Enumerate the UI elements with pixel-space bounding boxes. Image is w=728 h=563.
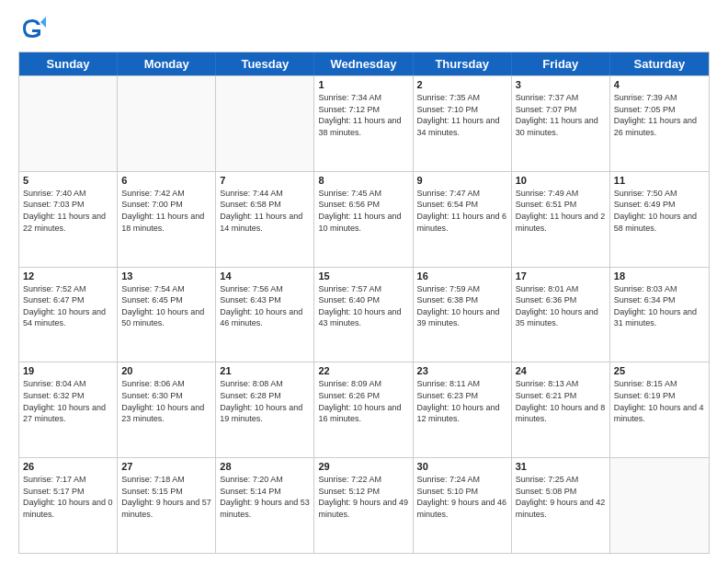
day-info: Sunrise: 7:47 AM Sunset: 6:54 PM Dayligh… — [417, 188, 507, 234]
day-cell-10: 10Sunrise: 7:49 AM Sunset: 6:51 PM Dayli… — [512, 172, 610, 267]
day-number: 16 — [417, 270, 507, 282]
day-info: Sunrise: 7:57 AM Sunset: 6:40 PM Dayligh… — [318, 283, 408, 329]
calendar-header: SundayMondayTuesdayWednesdayThursdayFrid… — [19, 52, 709, 75]
day-cell-20: 20Sunrise: 8:06 AM Sunset: 6:30 PM Dayli… — [118, 362, 216, 457]
day-number: 25 — [614, 365, 705, 376]
calendar-row: 1Sunrise: 7:34 AM Sunset: 7:12 PM Daylig… — [19, 75, 709, 171]
empty-cell — [610, 458, 709, 553]
day-cell-11: 11Sunrise: 7:50 AM Sunset: 6:49 PM Dayli… — [610, 172, 709, 267]
day-number: 23 — [417, 365, 507, 376]
day-cell-29: 29Sunrise: 7:22 AM Sunset: 5:12 PM Dayli… — [314, 458, 413, 553]
day-info: Sunrise: 7:35 AM Sunset: 7:10 PM Dayligh… — [417, 92, 507, 138]
day-number: 11 — [614, 175, 705, 186]
header-day-monday: Monday — [118, 52, 216, 75]
day-number: 5 — [23, 175, 113, 186]
day-number: 27 — [121, 461, 211, 472]
day-cell-25: 25Sunrise: 8:15 AM Sunset: 6:19 PM Dayli… — [610, 362, 709, 457]
header-day-wednesday: Wednesday — [314, 52, 413, 75]
day-info: Sunrise: 8:13 AM Sunset: 6:21 PM Dayligh… — [516, 378, 606, 424]
day-info: Sunrise: 8:03 AM Sunset: 6:34 PM Dayligh… — [614, 283, 705, 329]
day-cell-30: 30Sunrise: 7:24 AM Sunset: 5:10 PM Dayli… — [414, 458, 512, 553]
day-number: 8 — [318, 175, 408, 186]
day-info: Sunrise: 8:08 AM Sunset: 6:28 PM Dayligh… — [220, 378, 310, 424]
header-day-tuesday: Tuesday — [216, 52, 314, 75]
day-number: 24 — [516, 365, 606, 376]
day-number: 2 — [417, 79, 507, 90]
day-number: 19 — [23, 365, 113, 376]
logo-icon — [18, 15, 46, 42]
day-number: 1 — [318, 79, 408, 90]
day-info: Sunrise: 7:56 AM Sunset: 6:43 PM Dayligh… — [220, 283, 310, 329]
day-info: Sunrise: 7:24 AM Sunset: 5:10 PM Dayligh… — [417, 474, 507, 520]
day-number: 7 — [220, 175, 310, 186]
day-cell-3: 3Sunrise: 7:37 AM Sunset: 7:07 PM Daylig… — [512, 76, 610, 171]
calendar-row: 26Sunrise: 7:17 AM Sunset: 5:17 PM Dayli… — [19, 457, 709, 553]
day-cell-23: 23Sunrise: 8:11 AM Sunset: 6:23 PM Dayli… — [414, 362, 512, 457]
day-info: Sunrise: 8:01 AM Sunset: 6:36 PM Dayligh… — [516, 283, 606, 329]
day-cell-22: 22Sunrise: 8:09 AM Sunset: 6:26 PM Dayli… — [314, 362, 413, 457]
day-number: 18 — [614, 270, 705, 282]
day-cell-15: 15Sunrise: 7:57 AM Sunset: 6:40 PM Dayli… — [314, 268, 413, 362]
day-info: Sunrise: 8:06 AM Sunset: 6:30 PM Dayligh… — [121, 378, 211, 424]
day-number: 13 — [121, 270, 211, 282]
logo — [18, 15, 50, 42]
day-info: Sunrise: 8:04 AM Sunset: 6:32 PM Dayligh… — [23, 378, 113, 424]
day-number: 22 — [318, 365, 408, 376]
day-cell-13: 13Sunrise: 7:54 AM Sunset: 6:45 PM Dayli… — [118, 268, 216, 362]
day-number: 26 — [23, 461, 113, 472]
day-cell-24: 24Sunrise: 8:13 AM Sunset: 6:21 PM Dayli… — [512, 362, 610, 457]
day-info: Sunrise: 7:49 AM Sunset: 6:51 PM Dayligh… — [516, 188, 606, 234]
day-number: 3 — [516, 79, 606, 90]
day-cell-5: 5Sunrise: 7:40 AM Sunset: 7:03 PM Daylig… — [19, 172, 118, 267]
day-info: Sunrise: 7:50 AM Sunset: 6:49 PM Dayligh… — [614, 188, 705, 234]
day-info: Sunrise: 7:54 AM Sunset: 6:45 PM Dayligh… — [121, 283, 211, 329]
day-info: Sunrise: 7:42 AM Sunset: 7:00 PM Dayligh… — [121, 188, 211, 234]
calendar-row: 5Sunrise: 7:40 AM Sunset: 7:03 PM Daylig… — [19, 171, 709, 267]
day-number: 4 — [614, 79, 705, 90]
day-cell-16: 16Sunrise: 7:59 AM Sunset: 6:38 PM Dayli… — [414, 268, 512, 362]
day-number: 31 — [516, 461, 606, 472]
day-cell-4: 4Sunrise: 7:39 AM Sunset: 7:05 PM Daylig… — [610, 76, 709, 171]
day-info: Sunrise: 7:25 AM Sunset: 5:08 PM Dayligh… — [516, 474, 606, 520]
day-cell-31: 31Sunrise: 7:25 AM Sunset: 5:08 PM Dayli… — [512, 458, 610, 553]
day-info: Sunrise: 7:17 AM Sunset: 5:17 PM Dayligh… — [23, 474, 113, 520]
empty-cell — [216, 76, 314, 171]
day-number: 12 — [23, 270, 113, 282]
day-info: Sunrise: 7:40 AM Sunset: 7:03 PM Dayligh… — [23, 188, 113, 234]
day-number: 21 — [220, 365, 310, 376]
day-info: Sunrise: 7:45 AM Sunset: 6:56 PM Dayligh… — [318, 188, 408, 234]
day-info: Sunrise: 8:11 AM Sunset: 6:23 PM Dayligh… — [417, 378, 507, 424]
header-day-thursday: Thursday — [414, 52, 512, 75]
day-cell-27: 27Sunrise: 7:18 AM Sunset: 5:15 PM Dayli… — [118, 458, 216, 553]
day-cell-18: 18Sunrise: 8:03 AM Sunset: 6:34 PM Dayli… — [610, 268, 709, 362]
day-cell-7: 7Sunrise: 7:44 AM Sunset: 6:58 PM Daylig… — [216, 172, 314, 267]
day-cell-6: 6Sunrise: 7:42 AM Sunset: 7:00 PM Daylig… — [118, 172, 216, 267]
day-info: Sunrise: 7:44 AM Sunset: 6:58 PM Dayligh… — [220, 188, 310, 234]
day-cell-2: 2Sunrise: 7:35 AM Sunset: 7:10 PM Daylig… — [414, 76, 512, 171]
day-info: Sunrise: 8:15 AM Sunset: 6:19 PM Dayligh… — [614, 378, 705, 424]
header-day-sunday: Sunday — [19, 52, 118, 75]
day-number: 17 — [516, 270, 606, 282]
day-cell-9: 9Sunrise: 7:47 AM Sunset: 6:54 PM Daylig… — [414, 172, 512, 267]
day-info: Sunrise: 7:18 AM Sunset: 5:15 PM Dayligh… — [121, 474, 211, 520]
day-cell-26: 26Sunrise: 7:17 AM Sunset: 5:17 PM Dayli… — [19, 458, 118, 553]
empty-cell — [118, 76, 216, 171]
day-info: Sunrise: 7:52 AM Sunset: 6:47 PM Dayligh… — [23, 283, 113, 329]
day-info: Sunrise: 7:22 AM Sunset: 5:12 PM Dayligh… — [318, 474, 408, 520]
day-number: 29 — [318, 461, 408, 472]
day-number: 15 — [318, 270, 408, 282]
header-day-friday: Friday — [512, 52, 610, 75]
day-cell-17: 17Sunrise: 8:01 AM Sunset: 6:36 PM Dayli… — [512, 268, 610, 362]
day-number: 14 — [220, 270, 310, 282]
header — [18, 15, 710, 42]
calendar-row: 12Sunrise: 7:52 AM Sunset: 6:47 PM Dayli… — [19, 267, 709, 362]
day-number: 6 — [121, 175, 211, 186]
header-day-saturday: Saturday — [610, 52, 709, 75]
day-info: Sunrise: 7:20 AM Sunset: 5:14 PM Dayligh… — [220, 474, 310, 520]
day-info: Sunrise: 7:39 AM Sunset: 7:05 PM Dayligh… — [614, 92, 705, 138]
day-cell-19: 19Sunrise: 8:04 AM Sunset: 6:32 PM Dayli… — [19, 362, 118, 457]
day-number: 9 — [417, 175, 507, 186]
page: SundayMondayTuesdayWednesdayThursdayFrid… — [0, 0, 728, 563]
day-cell-14: 14Sunrise: 7:56 AM Sunset: 6:43 PM Dayli… — [216, 268, 314, 362]
day-cell-1: 1Sunrise: 7:34 AM Sunset: 7:12 PM Daylig… — [314, 76, 413, 171]
